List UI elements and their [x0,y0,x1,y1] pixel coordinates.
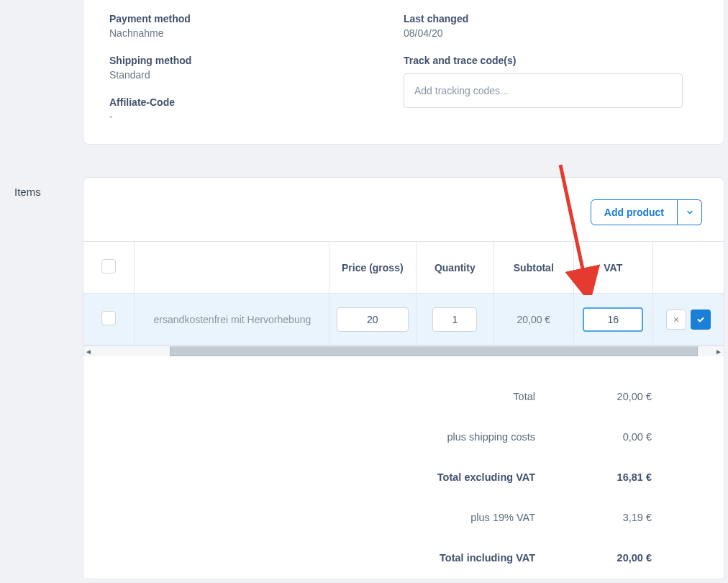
track-trace-input[interactable] [404,73,683,108]
last-changed-value: 08/04/20 [404,27,698,39]
row-cancel-button[interactable]: × [666,309,686,330]
row-product-name: ersandkostenfrei mit Hervorhebung [135,314,329,325]
track-trace-label: Track and trace code(s) [404,55,698,66]
excl-vat-row: Total excluding VAT 16,81 € [83,457,724,497]
items-table-header-row: Price (gross) Quantity Subtotal VAT [83,242,724,294]
track-trace-field: Track and trace code(s) [404,55,698,108]
column-actions [653,242,724,294]
column-quantity: Quantity [416,242,493,294]
scroll-right-arrow[interactable]: ► [714,346,724,356]
last-changed-field: Last changed 08/04/20 [404,13,698,39]
column-vat: VAT [573,242,652,294]
items-section-label: Items [14,177,83,198]
shipping-method-label: Shipping method [109,55,404,66]
add-product-button-group: Add product [591,199,702,225]
items-table-wrap: Price (gross) Quantity Subtotal VAT ersa… [83,241,724,356]
scroll-left-arrow[interactable]: ◄ [83,346,94,356]
column-checkbox [83,242,134,294]
shipping-method-value: Standard [109,69,404,81]
shipping-label: plus shipping costs [83,431,587,443]
payment-method-label: Payment method [109,13,404,24]
items-card: Add product Price (gross) Quantity [83,177,724,578]
vat-line-row: plus 19% VAT 3,19 € [83,497,724,538]
table-row: ersandkostenfrei mit Hervorhebung 20,00 … [83,294,724,345]
row-price-input[interactable] [337,307,409,332]
total-value: 20,00 € [587,391,652,402]
incl-vat-row: Total including VAT 20,00 € [83,538,724,578]
row-checkbox[interactable] [101,311,116,325]
row-vat-input[interactable] [583,307,643,332]
row-quantity-input[interactable] [432,307,477,332]
items-table: Price (gross) Quantity Subtotal VAT ersa… [83,241,724,345]
check-icon [696,315,705,324]
affiliate-code-value: - [109,111,404,122]
payment-method-value: Nachnahme [109,27,404,39]
scroll-track[interactable] [94,346,714,356]
incl-vat-value: 20,00 € [587,552,652,564]
vat-line-label: plus 19% VAT [83,512,587,523]
select-all-checkbox[interactable] [101,259,116,274]
add-product-button[interactable]: Add product [591,199,678,225]
column-price: Price (gross) [329,242,417,294]
vat-line-value: 3,19 € [587,512,652,523]
horizontal-scrollbar[interactable]: ◄ ► [83,345,724,356]
last-changed-label: Last changed [404,13,698,24]
add-product-dropdown-button[interactable] [678,199,702,225]
column-subtotal: Subtotal [494,242,573,294]
affiliate-code-label: Affiliate-Code [109,96,404,108]
excl-vat-value: 16,81 € [587,471,652,483]
total-row: Total 20,00 € [83,376,724,417]
totals-section: Total 20,00 € plus shipping costs 0,00 €… [83,376,724,578]
incl-vat-label: Total including VAT [83,552,587,564]
order-details-card: Payment method Nachnahme Shipping method… [83,0,724,145]
shipping-row: plus shipping costs 0,00 € [83,417,724,457]
row-confirm-button[interactable] [691,309,711,330]
shipping-value: 0,00 € [587,431,652,443]
column-name [134,242,329,294]
affiliate-code-field: Affiliate-Code - [109,96,404,122]
chevron-down-icon [686,208,694,217]
scroll-thumb[interactable] [170,346,698,356]
excl-vat-label: Total excluding VAT [83,471,587,483]
row-subtotal: 20,00 € [517,314,550,325]
payment-method-field: Payment method Nachnahme [109,13,404,39]
total-label: Total [83,391,587,402]
shipping-method-field: Shipping method Standard [109,55,404,81]
close-icon: × [673,314,679,325]
